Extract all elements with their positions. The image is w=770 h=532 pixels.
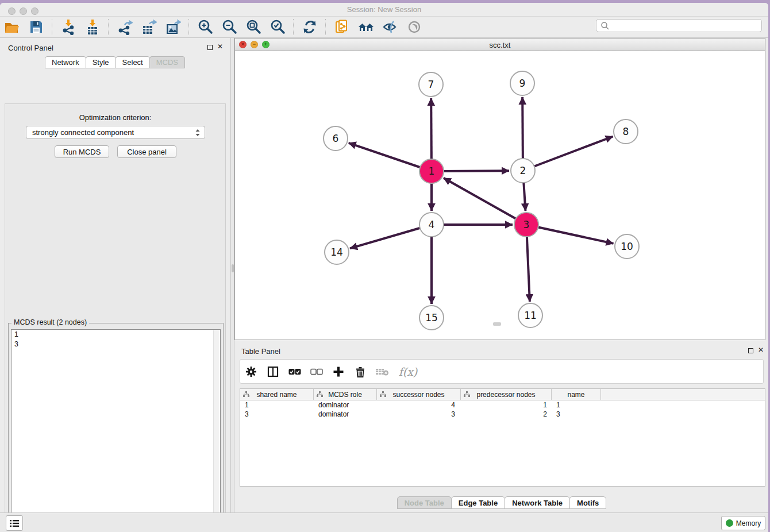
zoom-in-icon — [197, 19, 213, 35]
tab-network-table[interactable]: Network Table — [505, 496, 570, 509]
open-session-button[interactable] — [3, 18, 21, 36]
graph-edge-3-1[interactable] — [444, 178, 526, 225]
column-header-predecessor-nodes[interactable]: predecessor nodes — [461, 389, 552, 400]
column-label: successor nodes — [392, 391, 444, 399]
column-label: name — [567, 391, 584, 399]
cell-mcds-role: dominator — [314, 401, 377, 409]
float-panel-icon[interactable] — [207, 45, 213, 50]
tree-icon — [317, 391, 323, 398]
run-mcds-button[interactable]: Run MCDS — [55, 145, 109, 158]
show-panel-button[interactable] — [406, 18, 423, 36]
control-panel-title: Control Panel — [8, 44, 53, 52]
select-all-rows-button[interactable] — [287, 364, 302, 379]
graph-edge-2-8[interactable] — [523, 137, 613, 171]
tab-style[interactable]: Style — [86, 56, 116, 68]
delete-table-icon — [375, 367, 389, 376]
search-input[interactable] — [596, 19, 762, 32]
graph-edge-4-14[interactable] — [350, 225, 432, 248]
export-image-icon — [165, 19, 181, 35]
result-line: 3 — [11, 340, 220, 349]
table-row[interactable]: 3 dominator 3 2 3 — [240, 410, 765, 419]
toolbar-separator — [52, 19, 53, 35]
tab-select[interactable]: Select — [116, 56, 150, 68]
graph-node-label-9: 9 — [519, 78, 526, 89]
tab-node-table[interactable]: Node Table — [397, 496, 452, 509]
import-network-icon — [60, 19, 76, 35]
refresh-button[interactable] — [301, 18, 318, 36]
export-network-button[interactable] — [116, 18, 133, 36]
close-panel-button[interactable]: Close panel — [117, 145, 176, 158]
column-label: shared name — [256, 391, 297, 399]
column-header-mcds-role[interactable]: MCDS role — [314, 389, 377, 400]
zoom-fit-button[interactable] — [245, 18, 262, 36]
window-title: Session: New Session — [0, 5, 768, 14]
hide-panel-button[interactable] — [382, 18, 399, 36]
cell-mcds-role: dominator — [314, 410, 377, 418]
cell-name: 1 — [552, 401, 601, 409]
zoom-selected-icon — [270, 19, 286, 35]
import-table-button[interactable] — [84, 18, 101, 36]
table-panel: Table Panel ✕ — [234, 342, 768, 512]
plus-icon — [333, 366, 344, 377]
close-table-panel-icon[interactable]: ✕ — [758, 348, 764, 353]
export-network-icon — [117, 19, 133, 35]
table-settings-button[interactable] — [244, 364, 259, 379]
tab-edge-table[interactable]: Edge Table — [451, 496, 505, 509]
trash-icon — [355, 366, 365, 377]
table-row[interactable]: 1 dominator 4 1 1 — [240, 400, 765, 410]
tab-network[interactable]: Network — [45, 56, 86, 68]
horizontal-splitter-grip[interactable] — [493, 322, 501, 326]
network-window-title: scc.txt — [235, 41, 765, 49]
zoom-out-icon — [221, 19, 237, 35]
function-builder-button[interactable]: f(x) — [396, 364, 419, 379]
column-visibility-button[interactable] — [265, 364, 280, 379]
list-icon — [9, 519, 20, 528]
export-table-button[interactable] — [140, 18, 157, 36]
control-panel: Control Panel ✕ Network Style Select MCD… — [0, 38, 230, 512]
application-window: Session: New Session — [0, 3, 768, 532]
cell-shared-name: 3 — [240, 410, 314, 418]
vertical-splitter[interactable] — [230, 38, 234, 512]
import-network-button[interactable] — [60, 18, 77, 36]
memory-button[interactable]: Memory — [721, 516, 765, 530]
zoom-in-button[interactable] — [197, 18, 214, 36]
control-panel-tabs: Network Style Select MCDS — [45, 56, 184, 68]
network-graph[interactable]: 7968124314101511 — [236, 51, 765, 340]
tab-motifs[interactable]: Motifs — [569, 496, 606, 509]
result-line: 1 — [11, 330, 220, 340]
show-all-networks-button[interactable] — [357, 18, 375, 36]
graph-node-label-7: 7 — [428, 79, 434, 90]
tree-icon — [380, 391, 386, 398]
export-image-button[interactable] — [164, 18, 182, 36]
criterion-dropdown[interactable]: strongly connected component — [26, 126, 205, 139]
delete-column-button[interactable] — [353, 364, 368, 379]
graph-edge-1-6[interactable] — [349, 143, 432, 171]
clone-network-button[interactable] — [333, 18, 351, 36]
cell-successor-nodes: 3 — [377, 410, 461, 418]
mcds-result-list[interactable]: 1 3 — [11, 329, 221, 532]
main-toolbar — [0, 17, 768, 38]
network-window-titlebar[interactable]: ✕ − + scc.txt — [235, 38, 765, 51]
float-table-panel-icon[interactable] — [748, 348, 753, 353]
status-bar: Memory — [0, 512, 768, 532]
graph-edge-3-10[interactable] — [526, 225, 614, 244]
save-session-button[interactable] — [28, 18, 45, 36]
close-panel-icon[interactable]: ✕ — [217, 44, 223, 49]
task-history-button[interactable] — [6, 515, 23, 531]
column-header-name[interactable]: name — [552, 389, 601, 400]
network-canvas[interactable]: 7968124314101511 — [236, 51, 765, 340]
splitter-grip[interactable] — [232, 264, 234, 272]
tab-mcds[interactable]: MCDS — [149, 56, 185, 68]
zoom-selected-button[interactable] — [269, 18, 286, 36]
column-header-successor-nodes[interactable]: successor nodes — [377, 389, 461, 400]
result-scrollbar[interactable] — [213, 330, 220, 532]
main-titlebar: Session: New Session — [0, 3, 768, 17]
create-column-button[interactable] — [331, 364, 346, 379]
column-label: MCDS role — [328, 391, 362, 399]
delete-table-button[interactable] — [375, 364, 390, 379]
deselect-all-rows-button[interactable] — [309, 364, 324, 379]
toolbar-separator — [325, 19, 326, 35]
zoom-out-button[interactable] — [221, 18, 238, 36]
column-header-shared-name[interactable]: shared name — [240, 389, 314, 400]
criterion-dropdown-value: strongly connected component — [26, 128, 134, 137]
